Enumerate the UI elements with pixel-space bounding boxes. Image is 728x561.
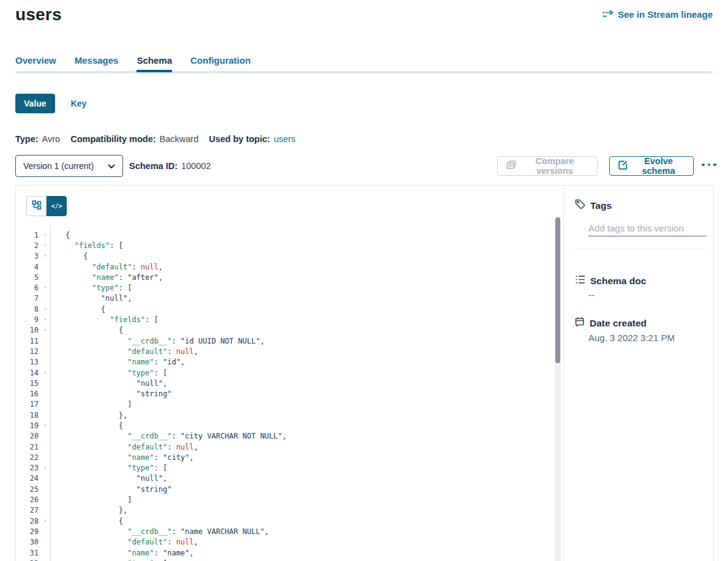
line-number: 2: [16, 241, 40, 250]
code-text: "name": "name",: [50, 549, 194, 557]
dot-icon: [702, 164, 705, 167]
meta-value: Avro: [42, 134, 61, 144]
code-line: 2▾ "fields": [: [16, 240, 552, 250]
fold-toggle-icon[interactable]: ▾: [40, 423, 50, 428]
code-text: "null",: [50, 294, 132, 303]
line-number: 27: [16, 506, 40, 514]
code-line: 20 "__crdb__": "city VARCHAR NOT NULL",: [16, 431, 552, 442]
code-line: 7 "null",: [16, 293, 552, 304]
line-number: 23: [16, 464, 40, 472]
code-line: 24 "null",: [16, 473, 552, 484]
code-line: 22 "name": "city",: [16, 452, 552, 462]
code-text: "type": [: [50, 464, 167, 472]
code-line: 21 "default": null,: [16, 442, 552, 452]
code-line: 5 "name": "after",: [16, 272, 552, 282]
schema-doc-value: --: [588, 290, 595, 300]
meta-item: Used by topic:users: [209, 134, 295, 144]
code-line: 8▾ {: [16, 304, 552, 314]
evolve-schema-button[interactable]: Evolve schema: [609, 156, 694, 176]
schema-details-sidebar: Tags Schema doc --: [563, 186, 714, 561]
tab-schema[interactable]: Schema: [137, 55, 172, 72]
date-created-value: Aug. 3 2022 3:21 PM: [588, 333, 675, 343]
code-view-button[interactable]: </>: [47, 196, 67, 216]
code-text: "__crdb__": "id UUID NOT NULL",: [50, 337, 265, 345]
add-tags-input[interactable]: [588, 220, 707, 236]
tree-view-button[interactable]: [26, 196, 47, 216]
code-line: 10▾ {: [16, 325, 552, 336]
fold-toggle-icon[interactable]: ▾: [40, 465, 50, 470]
line-number: 20: [16, 432, 40, 440]
fold-toggle-icon[interactable]: ▾: [40, 254, 50, 258]
value-tab-button[interactable]: Value: [15, 94, 55, 113]
code-text: "__crdb__": "name VARCHAR NULL",: [50, 527, 269, 536]
code-line: 31 "name": "name",: [16, 548, 552, 558]
code-line: 9▾ "fields": [: [16, 314, 552, 325]
code-view-icon: </>: [51, 203, 62, 209]
tab-strip: [15, 71, 713, 73]
code-text: ]: [50, 495, 132, 504]
used-by-topic-link[interactable]: users: [274, 134, 295, 144]
fold-toggle-icon[interactable]: ▾: [40, 317, 50, 322]
meta-label: Type:: [15, 134, 39, 144]
code-text: "__crdb__": "city VARCHAR NOT NULL",: [50, 432, 287, 440]
tab-configuration[interactable]: Configuration: [190, 55, 250, 72]
line-number: 16: [16, 390, 40, 398]
meta-label: Compatibility mode:: [70, 134, 156, 144]
code-text: "string": [50, 390, 171, 398]
line-number: 12: [16, 347, 40, 356]
tab-messages[interactable]: Messages: [75, 55, 119, 72]
code-text: "fields": [: [50, 241, 123, 250]
line-number: 11: [16, 337, 40, 345]
code-text: },: [50, 506, 127, 514]
tab-overview[interactable]: Overview: [15, 55, 56, 72]
code-text: "null",: [50, 474, 167, 483]
code-line: 28▾ {: [16, 516, 552, 526]
schema-id: Schema ID: 100002: [129, 155, 211, 177]
fold-toggle-icon[interactable]: ▾: [40, 519, 50, 524]
code-text: "default": null,: [50, 538, 198, 546]
code-text: "null",: [50, 379, 167, 388]
fold-toggle-icon[interactable]: ▾: [40, 371, 50, 375]
line-number: 6: [16, 284, 40, 292]
fold-toggle-icon[interactable]: ▾: [40, 307, 50, 312]
fold-toggle-icon[interactable]: ▾: [40, 233, 50, 238]
editor-scrollbar-thumb[interactable]: [555, 217, 560, 363]
editor-scrollbar[interactable]: [555, 216, 561, 561]
code-line: 19▾ {: [16, 420, 552, 431]
dot-icon: [708, 164, 711, 167]
edit-icon: [618, 160, 628, 171]
more-options-button[interactable]: [702, 160, 720, 170]
line-number: 21: [16, 443, 40, 451]
tab-bar: OverviewMessagesSchemaConfiguration: [15, 55, 250, 72]
fold-toggle-icon[interactable]: ▾: [40, 285, 50, 290]
fold-toggle-icon[interactable]: ▾: [40, 328, 50, 333]
key-tab-button[interactable]: Key: [71, 99, 87, 108]
code-text: {: [50, 252, 88, 260]
code-area[interactable]: 1▾{2▾ "fields": [3▾ {4 "default": null,5…: [16, 226, 552, 561]
tags-section-header: Tags: [575, 199, 612, 212]
meta-item: Compatibility mode:Backward: [70, 134, 198, 144]
code-line: 6▾ "type": [: [16, 282, 552, 293]
compare-versions-button[interactable]: Compare versions: [497, 156, 598, 176]
schema-editor: </> 1▾{2▾ "fields": [3▾ {4 "default": nu…: [16, 186, 563, 561]
code-text: },: [50, 411, 127, 420]
see-in-stream-lineage-link[interactable]: See in Stream lineage: [602, 9, 713, 20]
code-line: 18 },: [16, 410, 552, 420]
line-number: 3: [16, 252, 40, 260]
code-line: 16 "string": [16, 388, 552, 399]
code-text: {: [50, 305, 105, 314]
code-text: "string": [50, 485, 171, 494]
code-line: 11 "__crdb__": "id UUID NOT NULL",: [16, 336, 552, 346]
tag-icon: [575, 199, 585, 212]
code-text: {: [50, 517, 123, 525]
chevron-down-icon: [108, 161, 115, 171]
line-number: 26: [16, 495, 40, 504]
line-number: 18: [16, 411, 40, 420]
code-line: 32▾ "type": [: [16, 558, 552, 561]
fold-toggle-icon[interactable]: ▾: [40, 243, 50, 248]
code-line: 30 "default": null,: [16, 537, 552, 548]
code-text: "name": "city",: [50, 453, 194, 462]
version-select[interactable]: Version 1 (current): [15, 155, 123, 177]
line-number: 5: [16, 273, 40, 282]
editor-view-toggle: </>: [26, 196, 67, 216]
